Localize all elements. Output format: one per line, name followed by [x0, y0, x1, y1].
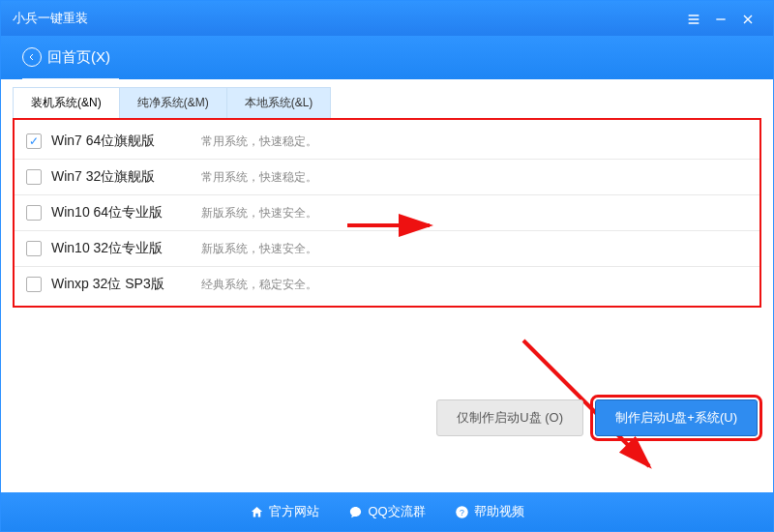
chat-icon [348, 505, 363, 519]
help-icon: ? [455, 505, 469, 519]
checkbox[interactable] [26, 277, 42, 292]
os-desc: 经典系统，稳定安全。 [201, 277, 317, 293]
os-desc: 新版系统，快速安全。 [201, 241, 317, 257]
footer-link-qq[interactable]: QQ交流群 [348, 503, 425, 520]
checkbox[interactable] [26, 169, 42, 185]
list-item[interactable]: Win10 32位专业版 新版系统，快速安全。 [15, 231, 759, 267]
app-title: 小兵一键重装 [13, 10, 88, 27]
os-name: Win7 64位旗舰版 [51, 133, 201, 150]
tab-strip: 装机系统(&N) 纯净系统(&M) 本地系统(&L) [13, 87, 761, 118]
checkbox[interactable] [26, 133, 42, 149]
system-list: Win7 64位旗舰版 常用系统，快速稳定。 Win7 32位旗舰版 常用系统，… [13, 118, 761, 308]
tab-install-systems[interactable]: 装机系统(&N) [13, 87, 120, 118]
os-desc: 常用系统，快速稳定。 [201, 133, 317, 150]
list-item[interactable]: Win7 32位旗舰版 常用系统，快速稳定。 [15, 160, 759, 195]
make-boot-system-button[interactable]: 制作启动U盘+系统(U) [595, 399, 758, 436]
os-name: Win10 64位专业版 [51, 204, 201, 222]
checkbox[interactable] [26, 205, 42, 221]
back-home-button[interactable]: 回首页(X) [22, 47, 110, 67]
list-item[interactable]: Win7 64位旗舰版 常用系统，快速稳定。 [15, 124, 759, 160]
back-arrow-icon [22, 47, 42, 67]
list-item[interactable]: Winxp 32位 SP3版 经典系统，稳定安全。 [15, 267, 759, 302]
close-icon[interactable] [734, 10, 761, 27]
title-bar: 小兵一键重装 [1, 1, 773, 36]
os-name: Winxp 32位 SP3版 [51, 276, 201, 293]
content-area: 装机系统(&N) 纯净系统(&M) 本地系统(&L) Win7 64位旗舰版 常… [1, 79, 773, 492]
home-icon [250, 505, 264, 519]
os-desc: 新版系统，快速安全。 [201, 205, 317, 222]
back-label: 回首页(X) [47, 48, 110, 67]
footer-bar: 官方网站 QQ交流群 ? 帮助视频 [1, 492, 773, 531]
tab-local-systems[interactable]: 本地系统(&L) [227, 87, 332, 118]
os-name: Win10 32位专业版 [51, 240, 201, 257]
checkbox[interactable] [26, 241, 42, 256]
list-item[interactable]: Win10 64位专业版 新版系统，快速安全。 [15, 195, 759, 231]
make-boot-only-button[interactable]: 仅制作启动U盘 (O) [436, 399, 583, 436]
tab-clean-systems[interactable]: 纯净系统(&M) [120, 87, 227, 118]
menu-icon[interactable] [680, 10, 707, 27]
footer-link-site[interactable]: 官方网站 [250, 503, 319, 520]
svg-text:?: ? [460, 507, 464, 517]
footer-link-help[interactable]: ? 帮助视频 [455, 503, 524, 520]
minimize-icon[interactable] [707, 10, 734, 27]
os-name: Win7 32位旗舰版 [51, 168, 201, 186]
os-desc: 常用系统，快速稳定。 [201, 169, 317, 186]
